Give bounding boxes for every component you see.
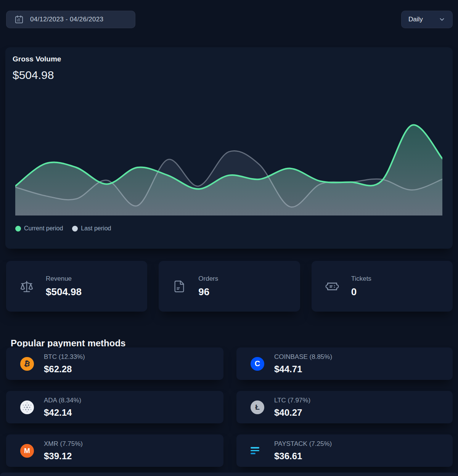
gross-volume-chart[interactable] xyxy=(15,113,442,215)
payment-card-paystack[interactable]: PAYSTACK (7.25%) $36.61 xyxy=(236,434,453,467)
payment-value: $62.28 xyxy=(44,364,85,375)
top-bar: 04/12/2023 - 04/26/2023 Daily xyxy=(6,11,453,28)
stat-text: Orders 96 xyxy=(198,275,218,298)
payment-card-ada[interactable]: ADA (8.34%) $42.14 xyxy=(6,391,223,423)
calendar-icon xyxy=(14,14,24,24)
stat-label: Revenue xyxy=(46,275,82,283)
payment-text: PAYSTACK (7.25%) $36.61 xyxy=(274,440,332,462)
stat-value: 0 xyxy=(351,286,371,298)
payment-value: $39.12 xyxy=(44,451,83,462)
legend-item-last-period[interactable]: Last period xyxy=(72,225,111,232)
payment-label: LTC (7.97%) xyxy=(274,397,310,404)
legend-dot-current xyxy=(15,226,21,232)
payment-label: PAYSTACK (7.25%) xyxy=(274,440,332,448)
granularity-value: Daily xyxy=(408,16,423,23)
payment-value: $40.27 xyxy=(274,407,310,418)
coinbase-glyph: C xyxy=(255,359,260,368)
payment-text: XMR (7.75%) $39.12 xyxy=(44,440,83,462)
xmr-glyph: M xyxy=(24,447,30,455)
payment-value: $42.14 xyxy=(44,407,81,418)
chart-legend: Current period Last period xyxy=(15,225,111,232)
btc-glyph: ₿ xyxy=(23,359,31,368)
dashboard-page: 04/12/2023 - 04/26/2023 Daily Gross Volu… xyxy=(0,0,458,476)
payment-card-coinbase[interactable]: C COINBASE (8.85%) $44.71 xyxy=(236,347,453,380)
payment-value: $44.71 xyxy=(274,364,332,375)
ltc-icon: Ł xyxy=(251,400,264,414)
payment-text: LTC (7.97%) $40.27 xyxy=(274,397,310,418)
stat-card-tickets: Tickets 0 xyxy=(312,261,453,312)
legend-item-current-period[interactable]: Current period xyxy=(15,225,63,232)
ticket-icon xyxy=(325,279,340,294)
stat-card-orders: Orders 96 xyxy=(159,261,300,312)
gross-volume-title: Gross Volume xyxy=(13,55,61,63)
payment-text: BTC (12.33%) $62.28 xyxy=(44,353,85,375)
btc-icon: ₿ xyxy=(20,357,34,371)
stat-label: Tickets xyxy=(351,275,371,283)
payments-section-title: Popular payment methods xyxy=(11,338,125,349)
coinbase-icon: C xyxy=(251,357,264,371)
chevron-down-icon xyxy=(439,16,445,23)
payment-card-xmr[interactable]: M XMR (7.75%) $39.12 xyxy=(6,434,223,467)
stats-row: Revenue $504.98 Orders 96 xyxy=(6,261,453,312)
paystack-icon xyxy=(251,444,264,458)
legend-label-current: Current period xyxy=(24,225,63,232)
payment-value: $36.61 xyxy=(274,451,332,462)
payments-grid: ₿ BTC (12.33%) $62.28 C COINBASE (8.85%)… xyxy=(6,347,453,467)
next-section-card-edge xyxy=(0,473,458,476)
granularity-dropdown[interactable]: Daily xyxy=(401,11,453,28)
scale-icon xyxy=(19,279,34,294)
payment-label: ADA (8.34%) xyxy=(44,397,81,404)
stat-label: Orders xyxy=(198,275,218,283)
date-range-value: 04/12/2023 - 04/26/2023 xyxy=(30,16,103,23)
gross-volume-value: $504.98 xyxy=(13,69,54,82)
stat-value: 96 xyxy=(198,286,218,298)
ltc-glyph: Ł xyxy=(255,403,260,412)
stat-value: $504.98 xyxy=(46,286,82,298)
stat-card-revenue: Revenue $504.98 xyxy=(6,261,147,312)
legend-label-last: Last period xyxy=(81,225,111,232)
stat-text: Tickets 0 xyxy=(351,275,371,298)
date-range-picker[interactable]: 04/12/2023 - 04/26/2023 xyxy=(6,11,135,28)
payment-label: BTC (12.33%) xyxy=(44,353,85,361)
ada-icon xyxy=(20,400,34,414)
legend-dot-last xyxy=(72,226,78,232)
stat-text: Revenue $504.98 xyxy=(46,275,82,298)
payment-card-btc[interactable]: ₿ BTC (12.33%) $62.28 xyxy=(6,347,223,380)
xmr-icon: M xyxy=(20,444,34,458)
payment-text: ADA (8.34%) $42.14 xyxy=(44,397,81,418)
gross-volume-card: Gross Volume $504.98 Current period Last… xyxy=(5,47,453,249)
payment-card-ltc[interactable]: Ł LTC (7.97%) $40.27 xyxy=(236,391,453,423)
payment-label: XMR (7.75%) xyxy=(44,440,83,448)
payment-label: COINBASE (8.85%) xyxy=(274,353,332,361)
file-icon xyxy=(172,279,187,294)
payment-text: COINBASE (8.85%) $44.71 xyxy=(274,353,332,375)
